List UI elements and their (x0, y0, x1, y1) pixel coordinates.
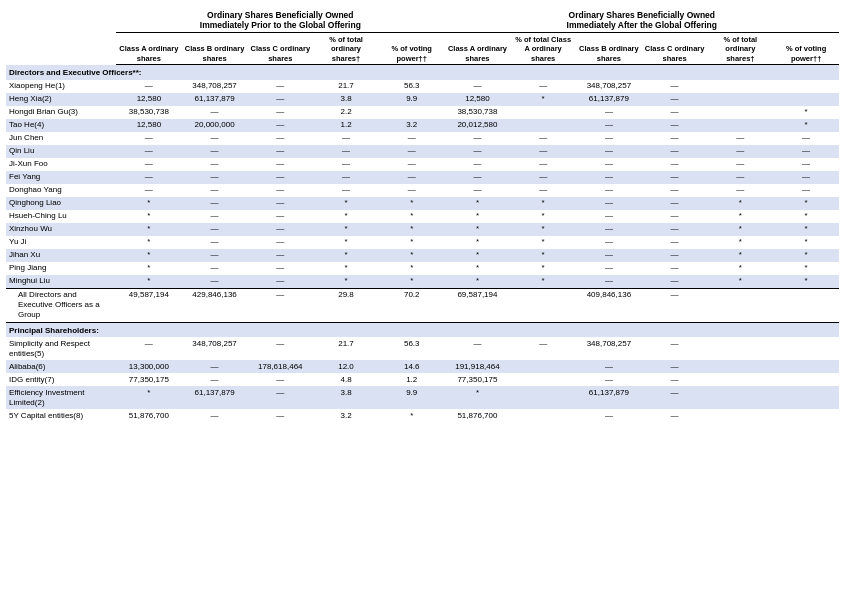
pct-total-after (707, 80, 773, 93)
classA-before: * (116, 275, 182, 289)
col-classB-before: Class B ordinary shares (182, 33, 248, 65)
classC-before: — (247, 132, 313, 145)
pct-voting-after: * (773, 197, 839, 210)
classC-before: — (247, 158, 313, 171)
classC-after: — (642, 184, 708, 197)
pct-total-after: * (707, 223, 773, 236)
classC-before: — (247, 249, 313, 262)
classA-before: * (116, 249, 182, 262)
classC-before: — (247, 80, 313, 93)
classB-after: 348,708,257 (576, 337, 642, 360)
row-name: Yu Ji (6, 236, 116, 249)
pct-classA-after: — (510, 132, 576, 145)
pct-voting-before: 9.9 (379, 386, 445, 409)
before-offering-header: Ordinary Shares Beneficially OwnedImmedi… (116, 8, 445, 33)
classB-before: — (182, 106, 248, 119)
classA-before: — (116, 145, 182, 158)
pct-classA-after: * (510, 197, 576, 210)
row-name: IDG entity(7) (6, 373, 116, 386)
pct-total-before: * (313, 197, 379, 210)
row-name: Ji-Xun Foo (6, 158, 116, 171)
pct-total-after (707, 106, 773, 119)
classA-after: * (445, 197, 511, 210)
pct-voting-after (773, 80, 839, 93)
pct-total-after (707, 93, 773, 106)
pct-total-before: 12.0 (313, 360, 379, 373)
empty-header (6, 8, 116, 33)
pct-classA-after: * (510, 275, 576, 289)
pct-total-after: — (707, 171, 773, 184)
pct-voting-after: * (773, 223, 839, 236)
pct-voting-after: — (773, 132, 839, 145)
classA-after: * (445, 262, 511, 275)
classA-before: 77,350,175 (116, 373, 182, 386)
classB-before: 348,708,257 (182, 80, 248, 93)
pct-classA-after: * (510, 223, 576, 236)
classC-before: — (247, 223, 313, 236)
section-header-label: Principal Shareholders: (6, 322, 839, 337)
classA-before: * (116, 386, 182, 409)
col-name-empty (6, 33, 116, 65)
pct-classA-after: — (510, 337, 576, 360)
classB-after: 409,846,136 (576, 288, 642, 322)
col-classC-before: Class C ordinary shares (247, 33, 313, 65)
classC-before: — (247, 337, 313, 360)
pct-classA-after: * (510, 210, 576, 223)
classA-after: — (445, 158, 511, 171)
pct-total-before: * (313, 262, 379, 275)
classA-after: 69,587,194 (445, 288, 511, 322)
data-row: IDG entity(7)77,350,175——4.81.277,350,17… (6, 373, 839, 386)
classA-after: — (445, 184, 511, 197)
classA-after: * (445, 275, 511, 289)
pct-classA-after: — (510, 158, 576, 171)
pct-total-after: * (707, 249, 773, 262)
col-pct-total-after: % of total ordinary shares† (707, 33, 773, 65)
classC-before: — (247, 288, 313, 322)
data-row: Xiaopeng He(1)—348,708,257—21.756.3——348… (6, 80, 839, 93)
classB-before: — (182, 360, 248, 373)
classB-before: — (182, 262, 248, 275)
pct-classA-after (510, 360, 576, 373)
section-header-label: Directors and Executive Officers**: (6, 65, 839, 80)
pct-voting-after: * (773, 249, 839, 262)
pct-voting-before: * (379, 236, 445, 249)
pct-total-before: 21.7 (313, 337, 379, 360)
pct-voting-after (773, 360, 839, 373)
data-row: Jun Chen——————————— (6, 132, 839, 145)
classA-before: — (116, 184, 182, 197)
pct-voting-after (773, 288, 839, 322)
pct-total-after: — (707, 184, 773, 197)
classC-after: — (642, 171, 708, 184)
classB-after: — (576, 210, 642, 223)
row-name: Qinghong Liao (6, 197, 116, 210)
classC-after: — (642, 132, 708, 145)
classB-before: — (182, 409, 248, 422)
col-classA-after: Class A ordinary shares (445, 33, 511, 65)
classB-before: 61,137,879 (182, 93, 248, 106)
classC-before: — (247, 386, 313, 409)
classC-after: — (642, 119, 708, 132)
pct-voting-after (773, 386, 839, 409)
classB-after: — (576, 184, 642, 197)
classB-before: — (182, 171, 248, 184)
classC-after: — (642, 288, 708, 322)
classC-after: — (642, 80, 708, 93)
classC-after: — (642, 145, 708, 158)
pct-voting-after: * (773, 262, 839, 275)
classB-before: — (182, 373, 248, 386)
data-row: Qinghong Liao*——****——** (6, 197, 839, 210)
classB-after: — (576, 236, 642, 249)
classC-after: — (642, 249, 708, 262)
classC-after: — (642, 236, 708, 249)
pct-voting-before: 56.3 (379, 337, 445, 360)
data-row: Fei Yang——————————— (6, 171, 839, 184)
pct-voting-after: — (773, 158, 839, 171)
pct-voting-after: * (773, 210, 839, 223)
col-pct-voting-after: % of voting power†† (773, 33, 839, 65)
pct-total-after: — (707, 132, 773, 145)
row-name: Fei Yang (6, 171, 116, 184)
classB-after: — (576, 409, 642, 422)
classB-after: — (576, 223, 642, 236)
classC-before: — (247, 145, 313, 158)
pct-voting-before: * (379, 223, 445, 236)
